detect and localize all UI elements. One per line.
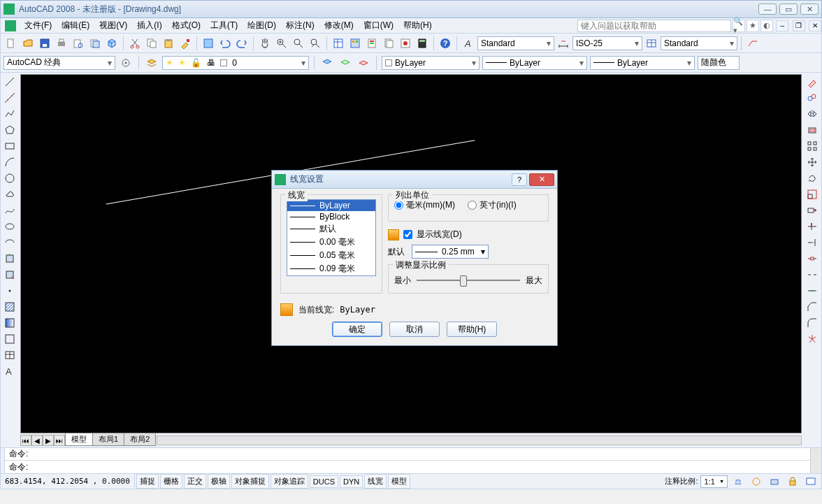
line-icon[interactable]: [2, 74, 17, 89]
zoom-window-icon[interactable]: [291, 36, 306, 51]
extend-icon[interactable]: [805, 235, 820, 250]
explode-icon[interactable]: [805, 331, 820, 347]
preview-icon[interactable]: [71, 36, 86, 51]
xline-icon[interactable]: [2, 90, 17, 106]
clean-screen-icon[interactable]: [803, 474, 819, 489]
toggle-model[interactable]: 模型: [388, 474, 410, 489]
lw-item-009[interactable]: 0.09 毫米: [287, 262, 375, 275]
properties-icon[interactable]: [331, 36, 346, 51]
layer-iso-icon[interactable]: [356, 55, 371, 71]
dim-style-icon[interactable]: [556, 36, 571, 51]
new-icon[interactable]: [3, 36, 19, 51]
polyline-icon[interactable]: [2, 106, 17, 122]
layer-prev-icon[interactable]: [338, 55, 353, 71]
menu-file[interactable]: 文件(F): [20, 18, 56, 33]
match-props-icon[interactable]: [178, 36, 193, 51]
color-combo[interactable]: ByLayer▾: [382, 56, 480, 70]
help-search-input[interactable]: [577, 20, 731, 32]
toggle-grid[interactable]: 栅格: [160, 474, 182, 489]
make-block-icon[interactable]: [2, 267, 17, 282]
slider-thumb[interactable]: [460, 275, 467, 287]
mdi-close[interactable]: ✕: [809, 20, 821, 31]
dim-style-combo[interactable]: ISO-25▾: [572, 36, 642, 50]
toggle-otrack[interactable]: 对象追踪: [271, 474, 308, 489]
hscrollbar[interactable]: [157, 435, 802, 445]
toggle-polar[interactable]: 极轴: [208, 474, 230, 489]
tool-palettes-icon[interactable]: [364, 36, 380, 51]
lw-item-005[interactable]: 0.05 毫米: [287, 249, 375, 262]
copy-obj-icon[interactable]: [805, 90, 820, 106]
text-style-icon[interactable]: A: [461, 36, 476, 51]
anno-auto-icon[interactable]: [749, 474, 764, 489]
lw-item-013[interactable]: 0.13 毫米: [287, 275, 375, 276]
design-center-icon[interactable]: [347, 36, 363, 51]
lineweight-listbox[interactable]: ByLayer ByBlock 默认 0.00 毫米 0.05 毫米 0.09 …: [287, 199, 376, 276]
menu-insert[interactable]: 插入(I): [133, 18, 166, 33]
workspace-combo[interactable]: AutoCAD 经典▾: [3, 56, 115, 70]
trim-icon[interactable]: [805, 219, 820, 234]
tab-first-icon[interactable]: ⏮: [20, 435, 31, 446]
cut-icon[interactable]: [127, 36, 143, 51]
tab-model[interactable]: 模型: [65, 433, 93, 446]
toggle-ducs[interactable]: DUCS: [310, 475, 338, 488]
menu-draw[interactable]: 绘图(D): [243, 18, 280, 33]
toggle-lwt[interactable]: 线宽: [364, 474, 387, 489]
chamfer-icon[interactable]: [805, 299, 820, 315]
join-icon[interactable]: [805, 283, 820, 298]
tab-next-icon[interactable]: ▶: [43, 435, 54, 446]
hatch-icon[interactable]: [2, 299, 17, 315]
search-dropdown-icon[interactable]: 🔍▾: [733, 20, 745, 32]
move-icon[interactable]: [805, 154, 820, 170]
layer-combo[interactable]: ☀ ☀ 🔓 🖶 0▾: [162, 56, 309, 70]
zoom-prev-icon[interactable]: [308, 36, 323, 51]
ellipse-arc-icon[interactable]: [2, 235, 17, 250]
multileader-icon[interactable]: [745, 36, 760, 51]
menu-tools[interactable]: 工具(T): [206, 18, 242, 33]
lineweight-combo[interactable]: ByLayer▾: [590, 56, 695, 70]
menu-help[interactable]: 帮助(H): [399, 18, 436, 33]
anno-visibility-icon[interactable]: ⚖: [730, 474, 746, 489]
array-icon[interactable]: [805, 138, 820, 154]
radio-inch-input[interactable]: [468, 201, 477, 210]
coords-readout[interactable]: 683.4154, 412.2054 , 0.0000: [1, 474, 135, 489]
menu-modify[interactable]: 修改(M): [320, 18, 358, 33]
break-icon[interactable]: [805, 267, 820, 282]
gradient-icon[interactable]: [2, 315, 17, 331]
default-lw-combo[interactable]: 0.25 mm▾: [412, 245, 489, 259]
offset-icon[interactable]: [805, 122, 820, 138]
save-icon[interactable]: [37, 36, 52, 51]
lw-item-000[interactable]: 0.00 毫米: [287, 236, 375, 249]
toggle-dyn[interactable]: DYN: [340, 475, 363, 488]
workspace-settings-icon[interactable]: [118, 55, 134, 71]
tab-layout1[interactable]: 布局1: [92, 433, 124, 446]
rectangle-icon[interactable]: [2, 138, 17, 154]
open-icon[interactable]: [20, 36, 36, 51]
break-point-icon[interactable]: [805, 251, 820, 266]
help-icon[interactable]: ?: [438, 36, 453, 51]
markup-icon[interactable]: [398, 36, 413, 51]
radio-inch[interactable]: 英寸(in)(I): [468, 199, 517, 211]
ok-button[interactable]: 确定: [332, 322, 382, 337]
ellipse-icon[interactable]: [2, 219, 17, 234]
text-style-combo[interactable]: Standard▾: [477, 36, 554, 50]
layer-props-icon[interactable]: [144, 55, 159, 71]
quickcalc-icon[interactable]: [414, 36, 430, 51]
menu-edit[interactable]: 编辑(E): [57, 18, 94, 33]
arc-icon[interactable]: [2, 154, 17, 170]
copy-icon[interactable]: [144, 36, 159, 51]
stretch-icon[interactable]: [805, 203, 820, 218]
mdi-restore[interactable]: ❐: [793, 20, 805, 31]
tab-prev-icon[interactable]: ◀: [31, 435, 43, 446]
cancel-button[interactable]: 取消: [389, 322, 440, 337]
fillet-icon[interactable]: [805, 315, 820, 331]
menu-window[interactable]: 窗口(W): [359, 18, 398, 33]
undo-icon[interactable]: [217, 36, 233, 51]
plotstyle-combo[interactable]: 随颜色: [698, 56, 740, 70]
cmd-scrollbar[interactable]: [810, 448, 821, 473]
favorite-icon[interactable]: ★: [747, 20, 759, 32]
status-tray-icon[interactable]: [767, 474, 782, 489]
print-icon[interactable]: [54, 36, 69, 51]
insert-block-icon[interactable]: [2, 251, 17, 266]
lw-item-bylayer[interactable]: ByLayer: [287, 200, 375, 211]
dialog-title-bar[interactable]: 线宽设置 ? ✕: [272, 171, 557, 189]
